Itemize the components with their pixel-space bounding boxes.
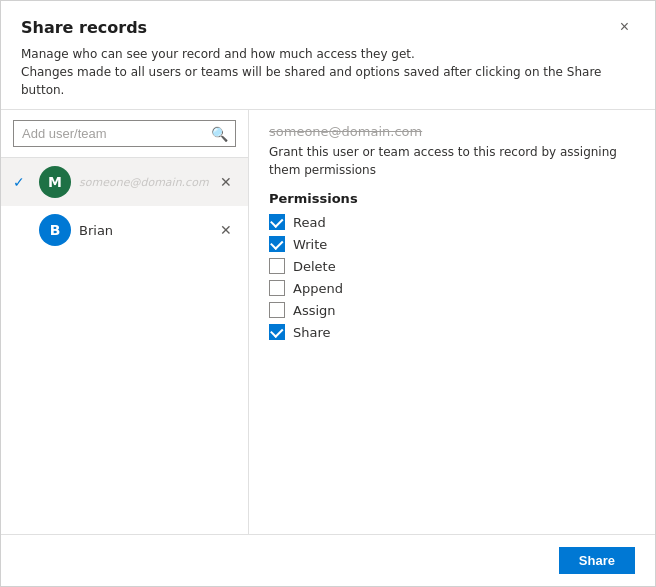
write-checkbox[interactable] xyxy=(269,236,285,252)
avatar: B xyxy=(39,214,71,246)
permission-assign: Assign xyxy=(269,302,635,318)
delete-label: Delete xyxy=(293,259,336,274)
user-name: Brian xyxy=(79,223,216,238)
dialog-body: 🔍 ✓ M someone@domain.com ✕ ✓ B Brian ✕ xyxy=(1,110,655,534)
delete-checkbox[interactable] xyxy=(269,258,285,274)
checkmark-icon: ✓ xyxy=(13,174,33,190)
user-item[interactable]: ✓ M someone@domain.com ✕ xyxy=(1,158,248,206)
remove-user-button[interactable]: ✕ xyxy=(216,172,236,192)
user-list: ✓ M someone@domain.com ✕ ✓ B Brian ✕ xyxy=(1,158,248,534)
dialog-footer: Share xyxy=(1,534,655,586)
write-label: Write xyxy=(293,237,327,252)
share-button[interactable]: Share xyxy=(559,547,635,574)
permission-read: Read xyxy=(269,214,635,230)
right-panel: someone@domain.com Grant this user or te… xyxy=(249,110,655,534)
permission-append: Append xyxy=(269,280,635,296)
dialog-header: Share records × Manage who can see your … xyxy=(1,1,655,110)
search-icon: 🔍 xyxy=(211,126,228,142)
permission-share: Share xyxy=(269,324,635,340)
share-label: Share xyxy=(293,325,331,340)
permission-delete: Delete xyxy=(269,258,635,274)
dialog-title: Share records xyxy=(21,18,147,37)
avatar: M xyxy=(39,166,71,198)
selected-user-display: someone@domain.com xyxy=(269,124,635,139)
user-name: someone@domain.com xyxy=(79,176,216,189)
left-panel: 🔍 ✓ M someone@domain.com ✕ ✓ B Brian ✕ xyxy=(1,110,249,534)
dialog-description: Manage who can see your record and how m… xyxy=(21,45,635,99)
assign-label: Assign xyxy=(293,303,336,318)
user-item[interactable]: ✓ B Brian ✕ xyxy=(1,206,248,254)
title-row: Share records × xyxy=(21,17,635,37)
desc-line1: Manage who can see your record and how m… xyxy=(21,45,635,63)
append-checkbox[interactable] xyxy=(269,280,285,296)
search-input[interactable] xyxy=(13,120,236,147)
append-label: Append xyxy=(293,281,343,296)
remove-user-button[interactable]: ✕ xyxy=(216,220,236,240)
read-checkbox[interactable] xyxy=(269,214,285,230)
assign-checkbox[interactable] xyxy=(269,302,285,318)
close-button[interactable]: × xyxy=(614,17,635,37)
share-records-dialog: Share records × Manage who can see your … xyxy=(0,0,656,587)
desc-line2: Changes made to all users or teams will … xyxy=(21,63,635,99)
share-checkbox[interactable] xyxy=(269,324,285,340)
grant-description: Grant this user or team access to this r… xyxy=(269,143,635,179)
search-container: 🔍 xyxy=(1,110,248,158)
permissions-heading: Permissions xyxy=(269,191,635,206)
permission-write: Write xyxy=(269,236,635,252)
read-label: Read xyxy=(293,215,326,230)
